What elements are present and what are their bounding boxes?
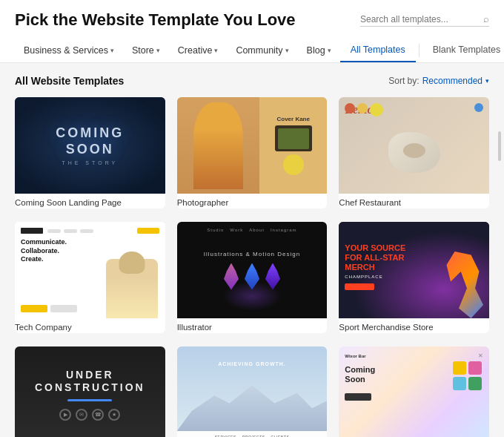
template-thumbnail: Cover Kane: [177, 97, 328, 194]
template-thumbnail: Wixor Bar ✕ ComingSoon: [339, 346, 489, 437]
search-input[interactable]: [360, 14, 479, 24]
template-card[interactable]: UNDERCONSTRUCTION ▶ ✉ ☎ ★ Coming Soon La…: [15, 346, 165, 437]
template-thumbnail: ACHIEVING GROWTH. SERVICES PROJECTS CLIE…: [177, 346, 328, 437]
template-thumbnail: UNDERCONSTRUCTION ▶ ✉ ☎ ★: [15, 346, 165, 437]
template-card[interactable]: Remo Chef Restaurant: [339, 97, 489, 208]
tab-blank-templates[interactable]: Blank Templates: [422, 39, 504, 62]
section-title: All Website Templates: [15, 75, 124, 87]
template-card[interactable]: ACHIEVING GROWTH. SERVICES PROJECTS CLIE…: [177, 346, 328, 437]
template-card[interactable]: COMINGSOON THE STORY Coming Soon Landing…: [15, 97, 165, 208]
content-header: All Website Templates Sort by: Recommend…: [15, 75, 489, 87]
template-card[interactable]: YOUR SOURCEFOR ALL-STARMERCH ChampPlace …: [339, 222, 489, 333]
nav-item-blog[interactable]: Blog ▾: [298, 39, 340, 62]
template-card[interactable]: Communicate.Collaborate.Create. Tech Com…: [15, 222, 165, 333]
template-card[interactable]: Studio Work About Instagram Illustration…: [177, 222, 328, 333]
chevron-down-icon: ▾: [214, 47, 218, 54]
chevron-down-icon: ▾: [156, 47, 160, 54]
nav-left: Business & Services ▾ Store ▾ Creative ▾…: [15, 39, 340, 62]
template-name: Tech Company: [15, 318, 165, 333]
page-title: Pick the Website Template You Love: [15, 10, 296, 30]
template-card[interactable]: Wixor Bar ✕ ComingSoon Coming Soon: [339, 346, 489, 437]
nav-item-creative[interactable]: Creative ▾: [169, 39, 228, 62]
chevron-down-icon: ▾: [485, 77, 489, 85]
nav-item-business[interactable]: Business & Services ▾: [15, 39, 123, 62]
template-name: Coming Soon Landing Page: [15, 194, 165, 208]
template-grid: COMINGSOON THE STORY Coming Soon Landing…: [15, 97, 489, 437]
scrollbar[interactable]: [498, 131, 501, 161]
nav-item-community[interactable]: Community ▾: [227, 39, 297, 62]
template-card[interactable]: Cover Kane Photographer: [177, 97, 328, 208]
template-thumbnail: Communicate.Collaborate.Create.: [15, 222, 165, 318]
chevron-down-icon: ▾: [328, 47, 331, 54]
template-name: Photographer: [177, 194, 328, 208]
template-name: Chef Restaurant: [339, 194, 489, 208]
template-name: Sport Merchandise Store: [339, 318, 489, 333]
sort-by-label: Sort by:: [388, 76, 419, 86]
template-thumbnail: YOUR SOURCEFOR ALL-STARMERCH ChampPlace: [339, 222, 489, 318]
chevron-down-icon: ▾: [285, 47, 289, 54]
sort-control[interactable]: Sort by: Recommended ▾: [388, 76, 489, 86]
sort-value[interactable]: Recommended: [422, 76, 483, 86]
template-name: Illustrator: [177, 318, 328, 333]
top-row: Pick the Website Template You Love ⌕: [15, 10, 489, 30]
content-area: All Website Templates Sort by: Recommend…: [0, 63, 504, 437]
tab-all-templates[interactable]: All Templates: [340, 39, 416, 62]
nav-item-store[interactable]: Store ▾: [123, 39, 169, 62]
template-thumbnail: Remo: [339, 97, 489, 194]
search-bar[interactable]: ⌕: [360, 13, 489, 27]
search-icon[interactable]: ⌕: [483, 13, 489, 24]
template-thumbnail: Studio Work About Instagram Illustration…: [177, 222, 328, 318]
nav-right: All Templates Blank Templates Collection…: [340, 39, 504, 62]
template-thumbnail: COMINGSOON THE STORY: [15, 97, 165, 194]
tab-separator-1: [419, 44, 420, 57]
chevron-down-icon: ▾: [110, 47, 114, 54]
nav-row: Business & Services ▾ Store ▾ Creative ▾…: [15, 39, 489, 62]
top-bar: Pick the Website Template You Love ⌕ Bus…: [0, 0, 504, 63]
